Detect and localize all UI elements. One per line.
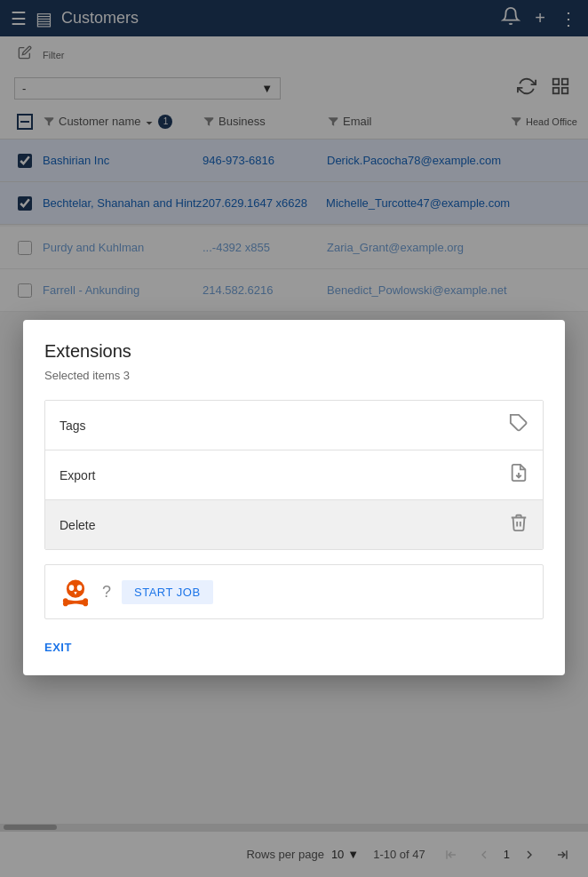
tag-icon (509, 413, 528, 437)
svg-point-13 (83, 602, 88, 607)
start-job-button[interactable]: START JOB (122, 580, 213, 604)
modal-title: Extensions (44, 341, 544, 362)
help-icon[interactable]: ? (102, 583, 111, 602)
tags-label: Tags (60, 419, 86, 433)
modal-item-export[interactable]: Export (45, 450, 543, 500)
modal-item-tags[interactable]: Tags (45, 401, 543, 450)
svg-point-8 (77, 585, 83, 591)
trash-icon (509, 513, 528, 537)
danger-section: ? START JOB (44, 564, 544, 619)
export-label: Export (60, 468, 95, 482)
export-icon (509, 463, 528, 487)
exit-button[interactable]: EXIT (44, 641, 72, 654)
modal-item-delete[interactable]: Delete (45, 500, 543, 549)
skull-icon (60, 576, 91, 608)
svg-point-14 (63, 602, 68, 607)
extensions-modal: Extensions Selected items 3 Tags Export … (23, 320, 565, 675)
modal-subtitle: Selected items 3 (44, 369, 544, 382)
svg-point-7 (69, 585, 75, 591)
delete-label: Delete (60, 518, 95, 532)
modal-footer: EXIT (44, 634, 544, 654)
modal-items-list: Tags Export Delete (44, 400, 544, 550)
